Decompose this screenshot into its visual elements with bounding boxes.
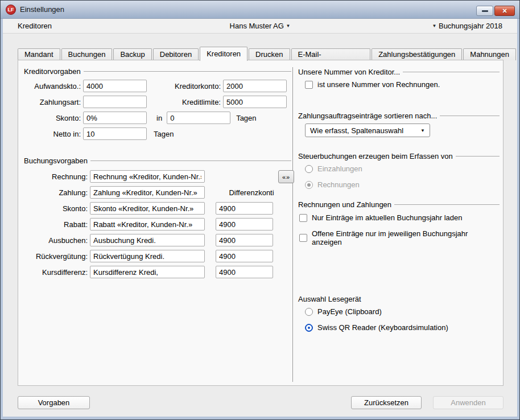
chevron-down-icon: ▼ <box>432 23 436 28</box>
aktuelles-buchungsjahr-checkbox-label: Nur Einträge im aktuellen Buchungsjahr l… <box>312 213 463 222</box>
group-unsere-nummer: Unsere Nummer von Kreditor... <box>298 68 500 76</box>
aufwandskto-label: Aufwandskto.: <box>24 82 81 90</box>
kreditlimite-input[interactable] <box>223 96 287 108</box>
differenzkonti-label: Differenzkonti <box>212 188 291 197</box>
kreditorkonto-label: Kreditorkonto: <box>147 82 221 90</box>
year-selector-label: Buchungsjahr 2018 <box>439 22 502 30</box>
unsere-nummer-checkbox-label: ist unsere Nummer von Rechnungen. <box>317 80 440 89</box>
minimize-button[interactable] <box>476 6 493 16</box>
settings-window: LF Einstellungen ✕ Kreditoren Hans Muste… <box>0 0 520 420</box>
anwenden-button[interactable]: Anwenden <box>433 396 504 409</box>
right-column: Unsere Nummer von Kreditor... ist unsere… <box>298 60 500 385</box>
app-icon: LF <box>6 5 16 15</box>
group-unsere-nummer-title: Unsere Nummer von Kreditor... <box>298 68 400 76</box>
lesegeraet-title: Auswahl Lesegerät <box>298 295 500 303</box>
unsere-nummer-checkbox[interactable] <box>305 81 313 89</box>
tab-zahlungsbestaetigungen[interactable]: Zahlungsbestätigungen <box>372 48 462 60</box>
payeye-radio-label: PayEye (Clipboard) <box>317 307 382 316</box>
close-button[interactable]: ✕ <box>494 6 515 16</box>
einzahlungen-radio <box>305 165 313 173</box>
netto-tagen-label: Tagen <box>154 130 174 138</box>
tab-debitoren[interactable]: Debitoren <box>153 48 199 60</box>
netto-label: Netto in: <box>24 130 81 138</box>
skonto-tagen-label: Tagen <box>236 114 256 122</box>
rueckverguetung-label: Rückvergütung: <box>24 252 88 261</box>
close-icon: ✕ <box>502 7 507 15</box>
window-title: Einstellungen <box>20 1 64 19</box>
skonto-tage-input[interactable] <box>167 112 230 124</box>
group-buchungsvorgaben: Buchungsvorgaben <box>24 157 291 165</box>
rabatt-text-input[interactable] <box>90 218 205 230</box>
group-kreditorvorgaben: Kreditorvorgaben <box>24 67 291 76</box>
chevron-down-icon: ▼ <box>286 23 291 28</box>
swiss-qr-reader-radio-label: Swiss QR Reader (Keyboardsimulation) <box>317 323 448 332</box>
rueckverguetung-konto-input[interactable] <box>216 250 273 262</box>
ausbuchen-text-input[interactable] <box>90 234 205 246</box>
group-rechnungen-zahlungen: Rechnungen und Zahlungen <box>298 200 500 209</box>
rechnungen-radio <box>305 181 313 189</box>
tab-email-einstellungen[interactable]: E-Mail-Einstellungen <box>291 48 371 60</box>
skonto-konto-input[interactable] <box>216 202 273 215</box>
ausbuchen-label: Ausbuchen: <box>24 236 88 245</box>
zahlungsart-label: Zahlungsart: <box>24 98 81 106</box>
aufwandskto-input[interactable] <box>83 80 147 92</box>
vorgaben-button[interactable]: Vorgaben <box>18 396 90 409</box>
ausbuchen-konto-input[interactable] <box>216 234 273 246</box>
swiss-qr-reader-radio[interactable] <box>305 324 313 332</box>
skonto-text-label: Skonto: <box>24 204 88 213</box>
rechnungen-radio-label: Rechnungen <box>317 180 360 189</box>
tab-kreditoren[interactable]: Kreditoren <box>200 47 247 61</box>
kursdifferenz-konto-input[interactable] <box>216 266 273 278</box>
rueckverguetung-text-input[interactable] <box>90 250 205 262</box>
chevron-down-icon: ▼ <box>420 128 425 133</box>
tab-buchungen[interactable]: Buchungen <box>61 48 113 60</box>
group-buchungsvorgaben-title: Buchungsvorgaben <box>24 157 88 165</box>
netto-input[interactable] <box>83 127 147 140</box>
company-selector-label: Hans Muster AG <box>230 22 284 30</box>
kreditoren-tab-panel: Kreditorvorgaben Aufwandskto.: Kreditork… <box>18 60 504 386</box>
group-sortierung: Zahlungsauftragseinträge sortieren nach.… <box>298 112 500 120</box>
group-kreditorvorgaben-title: Kreditorvorgaben <box>24 67 81 76</box>
skonto-label: Skonto: <box>24 114 81 122</box>
expander-button[interactable]: «» <box>278 170 294 183</box>
tab-drucken[interactable]: Drucken <box>249 48 290 60</box>
rechnung-text-input[interactable] <box>90 170 205 183</box>
tab-bar: Mandant Buchungen Backup Debitoren Kredi… <box>18 46 517 60</box>
tab-mandant[interactable]: Mandant <box>18 48 60 60</box>
client-area: Kreditoren Hans Muster AG ▼ ▼ Buchungsja… <box>3 19 517 417</box>
zahlung-text-input[interactable] <box>90 186 205 199</box>
aktuelles-buchungsjahr-checkbox[interactable] <box>299 214 307 222</box>
subheader: Kreditoren Hans Muster AG ▼ ▼ Buchungsja… <box>3 19 517 34</box>
zuruecksetzen-button[interactable]: Zurücksetzen <box>351 396 422 409</box>
skonto-in-label: in <box>156 114 162 122</box>
zahlungsart-input[interactable] <box>83 96 147 108</box>
rechnung-label: Rechnung: <box>24 172 88 181</box>
group-steuerbuchungen-title: Steuerbuchungen erzeugen beim Erfassen v… <box>298 152 453 160</box>
tab-backup[interactable]: Backup <box>113 48 151 60</box>
payeye-radio[interactable] <box>305 308 313 316</box>
offene-eintraege-checkbox-label: Offene Einträge nur im jeweiligen Buchun… <box>312 229 500 246</box>
skonto-input[interactable] <box>83 112 147 124</box>
kreditorkonto-input[interactable] <box>223 80 287 92</box>
kreditlimite-label: Kreditlimite: <box>147 98 221 106</box>
sort-dropdown[interactable]: Wie erfasst, Spaltenauswahl ▼ <box>305 123 430 137</box>
titlebar[interactable]: LF Einstellungen ✕ <box>1 1 519 19</box>
tab-mahnungen[interactable]: Mahnungen <box>463 48 516 60</box>
zahlung-label: Zahlung: <box>24 188 88 197</box>
einzahlungen-radio-label: Einzahlungen <box>317 164 362 173</box>
kursdifferenz-text-input[interactable] <box>90 266 205 278</box>
sort-dropdown-value: Wie erfasst, Spaltenauswahl <box>310 126 420 135</box>
minimize-icon <box>482 10 488 12</box>
kursdifferenz-label: Kursdifferenz: <box>24 268 88 277</box>
group-sortierung-title: Zahlungsauftragseinträge sortieren nach.… <box>298 112 437 120</box>
rabatt-konto-input[interactable] <box>216 218 273 230</box>
skonto-text-input[interactable] <box>90 202 205 215</box>
year-selector[interactable]: ▼ Buchungsjahr 2018 <box>432 19 502 35</box>
rabatt-label: Rabatt: <box>24 220 88 229</box>
group-rechnungen-zahlungen-title: Rechnungen und Zahlungen <box>298 200 391 209</box>
offene-eintraege-checkbox[interactable] <box>299 234 307 242</box>
vertical-divider <box>292 67 293 382</box>
group-steuerbuchungen: Steuerbuchungen erzeugen beim Erfassen v… <box>298 152 500 160</box>
